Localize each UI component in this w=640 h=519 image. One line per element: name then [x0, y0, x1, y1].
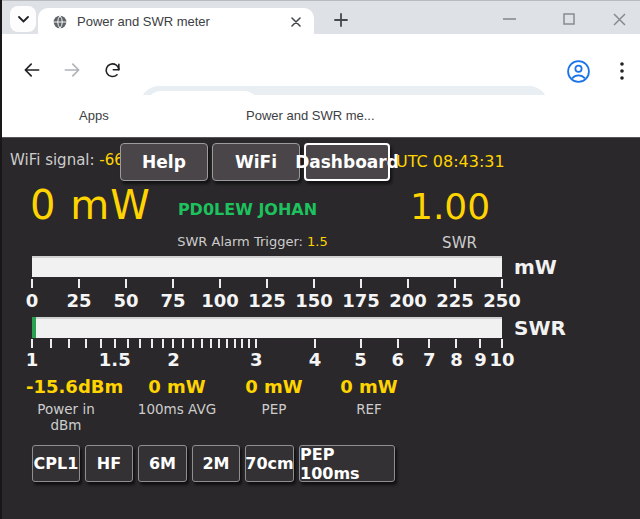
nav-button-wifi[interactable]: WiFi — [212, 143, 300, 181]
stat-column: 0 mWPEP — [229, 376, 319, 417]
scale-tick — [234, 339, 236, 348]
tab-search-button[interactable] — [10, 6, 36, 32]
menu-button[interactable] — [608, 57, 636, 85]
scale-tick — [31, 279, 33, 288]
forward-button[interactable] — [58, 56, 86, 84]
plus-icon — [334, 13, 348, 27]
scale-label: 2 — [167, 349, 180, 370]
profile-icon — [566, 59, 591, 84]
scale-tick — [360, 339, 362, 348]
power-meter-unit: mW — [514, 255, 557, 279]
close-window-button[interactable] — [608, 8, 630, 30]
scale-tick — [162, 339, 164, 348]
scale-label: 200 — [389, 290, 427, 311]
back-icon — [22, 60, 42, 80]
stat-value: 0 mW — [229, 376, 319, 397]
bookmark-item[interactable]: Power and SWR me... — [246, 108, 375, 123]
scale-label: 9 — [474, 349, 487, 370]
scale-tick — [313, 279, 315, 288]
reload-button[interactable] — [98, 56, 126, 84]
band-button-2m[interactable]: 2M — [192, 445, 240, 482]
stat-label: Power in dBm — [26, 401, 106, 433]
scale-tick — [100, 339, 102, 348]
scale-tick — [68, 339, 70, 348]
scale-label: 250 — [483, 290, 521, 311]
scale-label: 75 — [160, 290, 185, 311]
scale-tick — [172, 339, 174, 348]
swr-meter-fill — [32, 317, 36, 338]
chevron-down-icon — [18, 16, 29, 23]
swr-meter-bar — [32, 317, 502, 338]
scale-label: 4 — [309, 349, 322, 370]
scale-tick — [479, 339, 481, 348]
scale-tick — [501, 279, 503, 288]
scale-tick — [397, 339, 399, 348]
apps-shortcut[interactable]: Apps — [79, 108, 109, 123]
reload-icon — [103, 61, 122, 80]
back-button[interactable] — [18, 56, 46, 84]
scale-tick — [501, 339, 503, 348]
scale-tick — [31, 339, 33, 348]
scale-label: 50 — [113, 290, 138, 311]
browser-toolbar: Not secure powermeter.local — [2, 34, 640, 95]
scale-tick — [255, 339, 257, 348]
nav-button-help[interactable]: Help — [120, 143, 208, 181]
scale-tick — [219, 279, 221, 288]
band-button-6m[interactable]: 6M — [138, 445, 187, 482]
new-tab-button[interactable] — [328, 7, 354, 33]
minimize-icon — [503, 18, 516, 20]
power-value: 0 mW — [30, 182, 151, 228]
stat-value: 0 mW — [324, 376, 414, 397]
scale-tick — [218, 339, 220, 348]
scale-tick — [192, 339, 194, 348]
wifi-signal-label: WiFi signal: — [10, 151, 95, 169]
browser-window: Power and SWR meter — [0, 0, 640, 519]
stat-label: 100ms AVG — [132, 401, 222, 417]
scale-tick — [407, 279, 409, 288]
scale-label: 8 — [450, 349, 463, 370]
scale-tick — [266, 279, 268, 288]
profile-button[interactable] — [564, 57, 592, 85]
close-icon — [613, 13, 626, 26]
swr-alarm-value: 1.5 — [307, 234, 328, 249]
scale-label: 175 — [342, 290, 380, 311]
band-button-hf[interactable]: HF — [85, 445, 133, 482]
band-button-cpl1[interactable]: CPL1 — [32, 445, 80, 482]
scale-tick — [428, 339, 430, 348]
swr-meter-scale: 11.52345678910 — [32, 349, 502, 373]
scale-label: 6 — [391, 349, 404, 370]
scale-label: 150 — [295, 290, 333, 311]
scale-label: 10 — [489, 349, 514, 370]
swr-alarm-trigger: SWR Alarm Trigger: 1.5 — [170, 234, 335, 249]
band-button-pep-100ms[interactable]: PEP 100ms — [299, 445, 395, 482]
scale-tick — [139, 339, 141, 348]
minimize-button[interactable] — [498, 8, 520, 30]
maximize-button[interactable] — [558, 8, 580, 30]
forward-icon — [62, 60, 82, 80]
scale-tick — [248, 339, 250, 348]
scale-tick — [78, 279, 80, 288]
band-button-70cm[interactable]: 70cm — [245, 445, 294, 482]
powermeter-page: WiFi signal: -66 HelpWiFiDashboard UTC 0… — [2, 137, 640, 519]
scale-label: 125 — [248, 290, 286, 311]
tab-close-icon[interactable] — [287, 13, 304, 30]
wifi-signal: WiFi signal: -66 — [10, 151, 124, 169]
kebab-menu-icon — [620, 62, 624, 80]
bookmarks-bar: Apps Power and SWR me... — [2, 95, 640, 137]
nav-button-dashboard[interactable]: Dashboard — [304, 143, 390, 181]
scale-tick — [85, 339, 87, 348]
maximize-icon — [563, 13, 575, 25]
scale-tick — [454, 279, 456, 288]
scale-label: 0 — [26, 290, 39, 311]
scale-tick — [172, 279, 174, 288]
browser-tab[interactable]: Power and SWR meter — [38, 8, 314, 35]
scale-tick — [226, 339, 228, 348]
scale-label: 1 — [26, 349, 39, 370]
swr-caption: SWR — [432, 234, 487, 252]
swr-value: 1.00 — [410, 186, 490, 227]
power-meter-scale: 0255075100125150175200225250 — [32, 290, 502, 314]
scale-label: 100 — [201, 290, 239, 311]
stat-column: 0 mWREF — [324, 376, 414, 417]
scale-tick — [114, 339, 116, 348]
scale-tick — [210, 339, 212, 348]
